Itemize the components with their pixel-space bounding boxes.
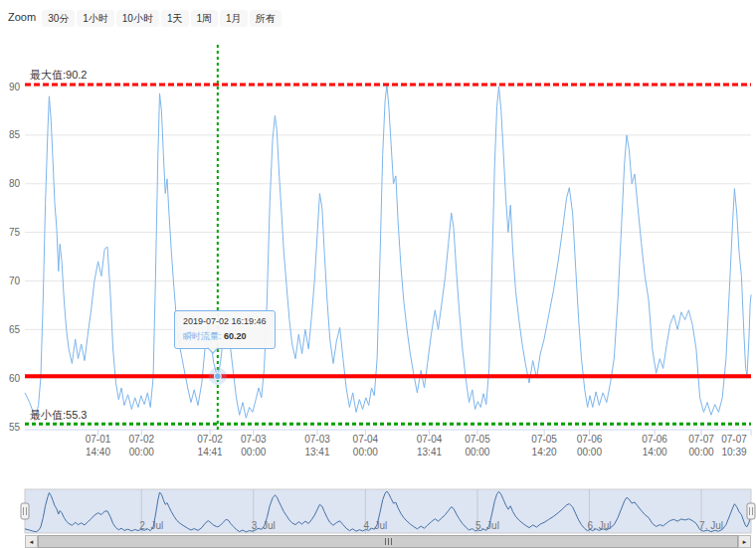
y-tick-label: 80	[9, 178, 21, 189]
navigator-day-label: 7. Jul	[699, 520, 723, 531]
tooltip-series-label: 瞬时流量	[183, 331, 219, 341]
x-tick-label: 14:00	[643, 447, 667, 457]
zoom-10hour-button[interactable]: 10小时	[116, 10, 159, 27]
handle-body[interactable]	[747, 503, 755, 519]
x-tick-label: 07-03	[304, 434, 330, 445]
x-tick-label: 00:00	[241, 447, 266, 457]
min-value-label: 最小值:55.3	[30, 409, 87, 421]
flow-rate-stock-chart: Zoom 30分1小时10小时1天1周1月所有 5560657075808590…	[0, 0, 756, 548]
scrollbar-left-arrow-icon[interactable]: ◄	[25, 535, 38, 548]
tooltip-value: 60.20	[224, 331, 247, 341]
x-tick-label: 00:00	[689, 447, 714, 457]
max-value-label: 最大值:90.2	[30, 69, 87, 81]
x-tick-label: 07-05	[465, 434, 490, 445]
x-tick-label: 07-07	[721, 434, 747, 445]
x-tick-label: 13:41	[417, 447, 442, 457]
y-tick-label: 85	[9, 129, 21, 140]
range-selector-toolbar: Zoom 30分1小时10小时1天1周1月所有	[8, 8, 284, 26]
y-tick-label: 70	[9, 275, 21, 286]
zoom-30min-button[interactable]: 30分	[42, 10, 75, 27]
x-tick-label: 00:00	[465, 447, 489, 457]
x-tick-label: 14:41	[198, 447, 223, 457]
series-point-marker	[214, 373, 221, 380]
zoom-buttons-group: 30分1小时10小时1天1周1月所有	[42, 8, 284, 27]
y-tick-label: 75	[9, 227, 21, 238]
tooltip-datetime: 2019-07-02 16:19:46	[183, 316, 267, 326]
x-tick-label: 10:39	[721, 447, 746, 457]
zoom-1day-button[interactable]: 1天	[161, 10, 189, 27]
y-tick-label: 65	[9, 324, 21, 335]
x-tick-label: 07-07	[688, 434, 714, 445]
navigator[interactable]: 2. Jul3. Jul4. Jul5. Jul6. Jul7. Jul	[0, 482, 756, 538]
x-tick-label: 07-04	[353, 434, 379, 445]
x-tick-label: 00:00	[353, 447, 378, 457]
x-tick-label: 07-05	[531, 434, 557, 445]
y-tick-label: 60	[9, 373, 21, 384]
x-tick-label: 14:40	[86, 447, 110, 457]
y-tick-label: 55	[9, 422, 21, 433]
scrollbar-grip-icon	[385, 538, 392, 545]
main-chart-plot[interactable]: 5560657075808590 07-0114:4007-0200:0007-…	[0, 40, 756, 482]
tooltip: 2019-07-02 16:19:46 瞬时流量: 60.20	[174, 310, 276, 349]
zoom-1hour-button[interactable]: 1小时	[77, 10, 114, 27]
series-line	[25, 85, 751, 418]
scrollbar-thumb[interactable]	[38, 535, 738, 548]
x-tick-label: 13:41	[304, 447, 329, 457]
x-tick-label: 07-01	[86, 434, 111, 445]
navigator-right-handle[interactable]	[747, 503, 755, 519]
x-tick-label: 07-06	[642, 434, 667, 445]
zoom-all-button[interactable]: 所有	[250, 10, 282, 27]
x-tick-label: 07-02	[197, 434, 223, 445]
handle-body[interactable]	[21, 503, 29, 519]
zoom-1month-button[interactable]: 1月	[220, 10, 248, 27]
x-tick-label: 07-02	[128, 434, 154, 445]
zoom-1week-button[interactable]: 1周	[191, 10, 219, 27]
scrollbar-right-arrow-icon[interactable]: ►	[738, 535, 751, 548]
navigator-left-handle[interactable]	[21, 503, 29, 519]
x-tick-label: 07-06	[577, 434, 603, 445]
zoom-label: Zoom	[8, 11, 36, 23]
scrollbar[interactable]: ◄ ►	[25, 535, 751, 548]
y-tick-label: 90	[9, 82, 21, 92]
navigator-day-label: 3. Jul	[252, 520, 276, 531]
x-tick-label: 14:20	[532, 447, 557, 457]
x-tick-label: 07-04	[417, 434, 443, 445]
x-tick-label: 00:00	[577, 447, 602, 457]
x-tick-label: 00:00	[129, 447, 154, 457]
x-tick-label: 07-03	[241, 434, 267, 445]
